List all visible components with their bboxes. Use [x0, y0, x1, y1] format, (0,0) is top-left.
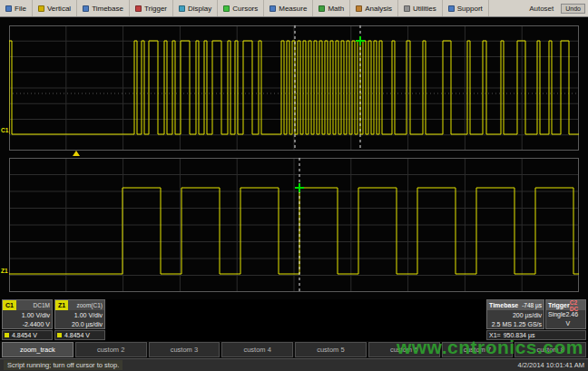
zoom-grid[interactable]	[9, 158, 579, 292]
c1-cursor-value: 4.8454 V	[2, 330, 53, 340]
c1-descriptor[interactable]: C1 DC1M 1.00 V/div -2.4400 V	[2, 299, 53, 329]
custom-3-button[interactable]: custom 3	[149, 342, 220, 357]
trigger-header: Trigger C2 DC	[546, 300, 585, 310]
z1-cursor-value: 4.8454 V	[54, 330, 105, 340]
z1-trace-color-icon	[57, 333, 62, 337]
c1-coupling: DC1M	[16, 300, 52, 310]
timebase-offset: -748 µs	[522, 302, 542, 308]
utilities-icon	[404, 5, 410, 12]
menu-file[interactable]: File	[0, 0, 33, 16]
status-datetime: 4/2/2014 10:01:41 AM	[518, 361, 584, 369]
z1-trace-badge: Z1	[55, 300, 68, 310]
c1-trace-color-icon	[5, 333, 9, 337]
display-icon	[179, 5, 185, 12]
status-message: Script running; turn off cursor to stop.	[4, 360, 122, 370]
z1-volts-div: 1.00 V/div	[57, 311, 103, 320]
menu-timebase-label: Timebase	[92, 5, 123, 13]
c1-offset: -2.4400 V	[5, 320, 50, 329]
z1-trace-label: Z1	[1, 268, 8, 274]
c1-descriptor-header: C1 DC1M	[3, 300, 52, 310]
oscilloscope-app: File Vertical Timebase Trigger Display C…	[0, 0, 588, 371]
menu-math-label: Math	[328, 5, 344, 13]
file-icon	[5, 5, 12, 12]
analysis-icon	[356, 5, 362, 12]
c1-trace-label: C1	[1, 127, 8, 133]
menu-display[interactable]: Display	[173, 0, 218, 16]
menu-analysis-label: Analysis	[365, 5, 392, 13]
z1-cursor-level: 4.8454 V	[64, 332, 90, 338]
menu-utilities[interactable]: Utilities	[398, 0, 443, 16]
waveform-display: C1 Z1	[0, 17, 588, 299]
watermark-text: www.cntronics.com	[397, 337, 583, 358]
menu-bar: File Vertical Timebase Trigger Display C…	[0, 0, 588, 17]
descriptor-area: C1 DC1M 1.00 V/div -2.4400 V 4.8454 V Z1…	[0, 299, 588, 341]
vertical-icon	[38, 5, 44, 12]
support-icon	[448, 5, 455, 12]
menu-vertical-label: Vertical	[47, 5, 71, 13]
menu-math[interactable]: Math	[313, 0, 350, 16]
menu-measure[interactable]: Measure	[264, 0, 313, 16]
menu-vertical[interactable]: Vertical	[33, 0, 77, 16]
custom-5-button[interactable]: custom 5	[295, 342, 367, 357]
timebase-body: 200 µs/div 2.5 MS 1.25 GS/s	[487, 310, 544, 330]
c1-descriptor-body: 1.00 V/div -2.4400 V	[3, 310, 52, 330]
menu-measure-label: Measure	[279, 5, 307, 13]
zoom-track-button[interactable]: zoom_track	[2, 342, 74, 357]
menu-timebase[interactable]: Timebase	[77, 0, 130, 16]
menu-cursors-label: Cursors	[232, 5, 258, 13]
math-icon	[318, 5, 325, 12]
undo-button[interactable]: Undo	[561, 4, 585, 14]
timebase-descriptor[interactable]: Timebase -748 µs 200 µs/div 2.5 MS 1.25 …	[486, 299, 544, 329]
trigger-mode-row: Single 2.46 V	[546, 310, 585, 328]
timebase-scale: 200 µs/div	[489, 311, 542, 320]
menu-trigger[interactable]: Trigger	[130, 0, 173, 16]
c1-volts-div: 1.00 V/div	[5, 311, 50, 320]
menu-file-label: File	[15, 5, 26, 13]
timebase-header: Timebase -748 µs	[487, 300, 544, 310]
trigger-mode: Single	[548, 310, 565, 328]
autoset-button[interactable]: Autoset	[529, 5, 554, 13]
menu-analysis[interactable]: Analysis	[350, 0, 398, 16]
menu-display-label: Display	[188, 5, 211, 13]
timebase-sample-rate: 2.5 MS 1.25 GS/s	[489, 320, 542, 329]
status-bar: Script running; turn off cursor to stop.…	[0, 358, 588, 371]
z1-time-div: 20.0 µs/div	[57, 320, 103, 329]
menu-utilities-label: Utilities	[413, 5, 436, 13]
z1-descriptor-body: 1.00 V/div 20.0 µs/div	[55, 310, 104, 330]
custom-4-button[interactable]: custom 4	[221, 342, 293, 357]
trigger-icon	[135, 5, 142, 12]
z1-source: zoom(C1)	[68, 300, 104, 310]
c1-cursor-level: 4.8454 V	[12, 332, 37, 338]
menu-support[interactable]: Support	[443, 0, 489, 16]
acquisition-grid[interactable]	[9, 25, 579, 151]
z1-descriptor[interactable]: Z1 zoom(C1) 1.00 V/div 20.0 µs/div	[54, 299, 105, 329]
timebase-icon	[83, 5, 89, 12]
menu-cursors[interactable]: Cursors	[218, 0, 264, 16]
custom-2-button[interactable]: custom 2	[75, 342, 147, 357]
trigger-level: 2.46 V	[565, 310, 583, 328]
zoom-position-marker-icon	[73, 151, 80, 156]
trigger-title: Trigger	[548, 302, 570, 308]
c1-channel-badge: C1	[3, 300, 16, 310]
timebase-title: Timebase	[489, 302, 518, 308]
menu-trigger-label: Trigger	[144, 5, 167, 13]
menu-support-label: Support	[457, 5, 483, 13]
trigger-descriptor[interactable]: Trigger C2 DC Single 2.46 V Edge Positiv…	[545, 299, 586, 329]
measure-icon	[270, 5, 276, 12]
cursors-icon	[223, 5, 230, 12]
menu-bar-right: Autoset Undo	[529, 4, 588, 14]
z1-descriptor-header: Z1 zoom(C1)	[55, 300, 104, 310]
